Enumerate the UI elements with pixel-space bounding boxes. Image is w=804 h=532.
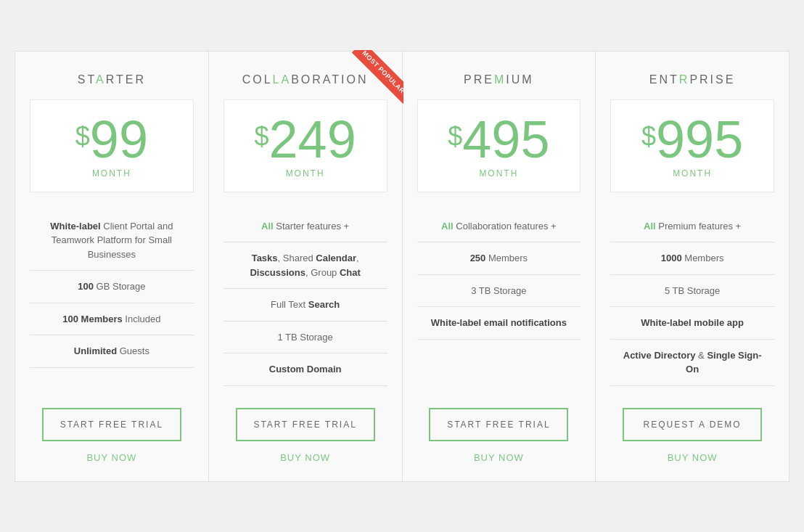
plan-premium-price-box: $495 MONTH	[417, 99, 581, 192]
feature-item: Custom Domain	[223, 353, 387, 386]
plan-starter-price: $99	[38, 113, 186, 165]
plan-enterprise: ENTRPRISE $995 MONTH All Premium feature…	[596, 51, 789, 482]
plan-starter-features: White-label Client Portal and Teamwork P…	[30, 210, 194, 386]
feature-bold: 100 Members	[62, 314, 122, 324]
buy-now-link[interactable]: BUY NOW	[86, 452, 136, 463]
plan-enterprise-name: ENTRPRISE	[649, 73, 736, 86]
feature-bold: Calendar	[316, 253, 356, 263]
feature-item: All Premium features +	[610, 210, 774, 243]
request-demo-button[interactable]: REQUEST A DEMO	[623, 408, 762, 441]
feature-item: 100 Members Included	[30, 303, 194, 336]
feature-bold: Tasks	[252, 253, 278, 263]
dollar-sign: $	[75, 123, 90, 150]
feature-bold: Unlimited	[74, 345, 117, 356]
feature-item: 100 GB Storage	[30, 271, 194, 303]
start-trial-button[interactable]: START FREE TRIAL	[236, 408, 375, 441]
feature-item: 250 Members	[417, 242, 581, 275]
plan-enterprise-price-box: $995 MONTH	[610, 99, 774, 192]
feature-item: White-label Client Portal and Teamwork P…	[30, 210, 194, 271]
feature-item: Active Directory & Single Sign-On	[610, 340, 774, 386]
plan-starter-price-box: $99 MONTH	[30, 99, 194, 192]
feature-bold: Active Directory	[623, 350, 696, 361]
feature-bold: Single Sign-On	[686, 350, 761, 375]
plan-starter-period: MONTH	[38, 168, 186, 179]
feature-item: All Collaboration features +	[417, 210, 581, 243]
buy-now-link[interactable]: BUY NOW	[474, 452, 524, 463]
feature-item: White-label email notifications	[417, 307, 581, 340]
feature-item: Unlimited Guests	[30, 335, 194, 368]
feature-bold: 1000	[661, 253, 682, 263]
plan-starter-cta: START FREE TRIAL BUY NOW	[30, 408, 194, 463]
pricing-container: STARTER $99 MONTH White-label Client Por…	[15, 51, 789, 482]
feature-bold: 100	[78, 281, 94, 292]
plan-collaboration-period: MONTH	[231, 168, 380, 179]
plan-enterprise-period: MONTH	[618, 168, 766, 179]
buy-now-link[interactable]: BUY NOW	[668, 452, 718, 463]
plan-starter-name: STARTER	[78, 73, 146, 86]
feature-bold: Chat	[340, 267, 361, 278]
feature-item: Tasks, Shared Calendar, Discussions, Gro…	[223, 242, 387, 289]
feature-bold: White-label	[50, 221, 100, 232]
plan-premium-name: PREMIUM	[464, 73, 534, 86]
most-popular-ribbon: MOST POPULAR	[351, 50, 403, 104]
plan-collaboration: MOST POPULAR COLLABORATION $249 MONTH Al…	[209, 51, 403, 482]
feature-green: All	[261, 221, 274, 232]
feature-item: All Starter features +	[223, 210, 387, 243]
feature-bold: White-label email notifications	[431, 317, 567, 328]
feature-green: All	[441, 221, 454, 232]
buy-now-link[interactable]: BUY NOW	[280, 452, 330, 463]
feature-item: 3 TB Storage	[417, 275, 581, 308]
feature-bold: 250	[470, 253, 486, 263]
feature-item: 1 TB Storage	[223, 322, 387, 354]
feature-item: 1000 Members	[610, 242, 774, 275]
feature-bold: Custom Domain	[269, 364, 342, 375]
feature-item: 5 TB Storage	[610, 275, 774, 308]
plan-enterprise-price: $995	[618, 113, 766, 165]
start-trial-button[interactable]: START FREE TRIAL	[429, 408, 568, 441]
feature-bold: White-label mobile app	[641, 317, 744, 328]
plan-collaboration-price: $249	[231, 113, 380, 165]
feature-item: Full Text Search	[223, 289, 387, 322]
ribbon-wrapper: MOST POPULAR	[338, 50, 403, 115]
dollar-sign: $	[255, 123, 269, 150]
plan-enterprise-features: All Premium features + 1000 Members 5 TB…	[610, 210, 774, 386]
plan-premium-period: MONTH	[425, 168, 573, 179]
plan-collaboration-features: All Starter features + Tasks, Shared Cal…	[223, 210, 387, 386]
plan-collaboration-cta: START FREE TRIAL BUY NOW	[223, 408, 387, 463]
feature-green: All	[644, 221, 656, 232]
feature-bold: Discussions	[250, 267, 305, 278]
start-trial-button[interactable]: START FREE TRIAL	[42, 408, 181, 441]
plan-enterprise-cta: REQUEST A DEMO BUY NOW	[610, 408, 774, 463]
dollar-sign: $	[448, 123, 462, 150]
feature-bold: Search	[308, 299, 340, 310]
feature-item: White-label mobile app	[610, 307, 774, 340]
plan-starter: STARTER $99 MONTH White-label Client Por…	[15, 51, 209, 482]
plan-premium-price: $495	[425, 113, 573, 165]
plan-premium: PREMIUM $495 MONTH All Collaboration fea…	[403, 51, 596, 482]
plan-premium-features: All Collaboration features + 250 Members…	[417, 210, 581, 386]
dollar-sign: $	[641, 123, 656, 150]
plan-premium-cta: START FREE TRIAL BUY NOW	[417, 408, 581, 463]
